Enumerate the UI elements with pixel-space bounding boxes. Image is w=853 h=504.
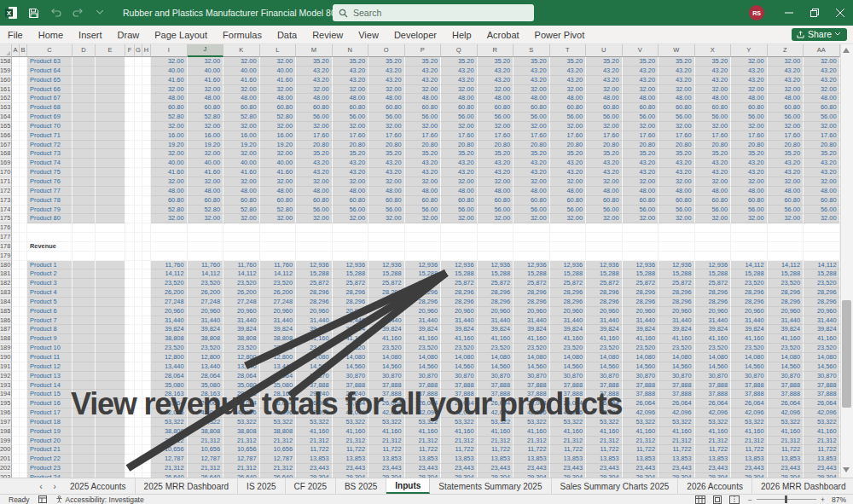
- value-cell[interactable]: 56.00: [550, 113, 587, 122]
- value-cell[interactable]: 14,112: [731, 261, 768, 270]
- value-cell[interactable]: 25,872: [695, 279, 732, 288]
- value-cell[interactable]: 13,853: [586, 455, 623, 464]
- cell[interactable]: [12, 196, 20, 206]
- value-cell[interactable]: 60.80: [333, 103, 369, 113]
- row-number[interactable]: 187: [0, 325, 12, 334]
- sheet-tab-is-2025[interactable]: IS 2025: [238, 478, 285, 494]
- value-cell[interactable]: 38,808: [188, 427, 224, 437]
- value-cell[interactable]: 41,160: [514, 334, 550, 344]
- row-number[interactable]: 167: [0, 141, 12, 150]
- row-number[interactable]: 168: [0, 149, 12, 159]
- cell[interactable]: [73, 187, 96, 196]
- value-cell[interactable]: 21,312: [586, 437, 623, 446]
- cell[interactable]: [20, 67, 27, 76]
- cell[interactable]: [73, 427, 96, 437]
- cell[interactable]: [73, 177, 96, 187]
- value-cell[interactable]: 48.00: [223, 187, 260, 196]
- value-cell[interactable]: 56.00: [695, 206, 732, 215]
- row-number[interactable]: 202: [0, 464, 12, 473]
- cell[interactable]: [20, 85, 27, 95]
- cell[interactable]: [12, 206, 20, 215]
- cell[interactable]: [142, 177, 151, 187]
- value-cell[interactable]: 40.00: [260, 159, 297, 168]
- value-cell[interactable]: 11,722: [478, 445, 514, 455]
- cell[interactable]: [135, 168, 142, 177]
- value-cell[interactable]: 48.00: [151, 187, 188, 196]
- value-cell[interactable]: 48.00: [804, 94, 840, 103]
- value-cell[interactable]: 28,296: [405, 298, 442, 307]
- cell[interactable]: [623, 233, 659, 242]
- value-cell[interactable]: 43.20: [731, 168, 768, 177]
- value-cell[interactable]: 48.00: [223, 94, 260, 103]
- value-cell[interactable]: 43.20: [441, 159, 478, 168]
- value-cell[interactable]: 14,080: [659, 353, 695, 362]
- cell[interactable]: [142, 261, 151, 270]
- value-cell[interactable]: 48.00: [296, 94, 333, 103]
- value-cell[interactable]: 12,787: [260, 455, 297, 464]
- cell[interactable]: [142, 85, 151, 95]
- value-cell[interactable]: 23,520: [151, 279, 188, 288]
- value-cell[interactable]: 32.00: [333, 85, 369, 95]
- value-cell[interactable]: 14,560: [695, 362, 732, 372]
- cell[interactable]: [441, 223, 478, 233]
- value-cell[interactable]: 16.00: [223, 131, 260, 141]
- cell[interactable]: [12, 362, 20, 372]
- value-cell[interactable]: 14,080: [695, 353, 732, 362]
- value-cell[interactable]: 17.60: [695, 131, 732, 141]
- value-cell[interactable]: 32.00: [296, 122, 333, 131]
- value-cell[interactable]: 13,853: [368, 455, 405, 464]
- row-number[interactable]: 199: [0, 437, 12, 446]
- value-cell[interactable]: 14,560: [804, 362, 840, 372]
- cell[interactable]: [695, 242, 732, 252]
- cell[interactable]: [135, 233, 142, 242]
- value-cell[interactable]: 39,824: [768, 325, 804, 334]
- value-cell[interactable]: 32.00: [731, 85, 768, 95]
- value-cell[interactable]: 20,960: [188, 307, 224, 316]
- customize-toolbar-icon[interactable]: [89, 0, 111, 26]
- value-cell[interactable]: 21,312: [260, 464, 297, 473]
- value-cell[interactable]: 23,443: [804, 464, 840, 473]
- cell[interactable]: [96, 307, 125, 316]
- value-cell[interactable]: 52.80: [260, 206, 297, 215]
- cell[interactable]: [125, 187, 135, 196]
- value-cell[interactable]: 60.80: [151, 103, 188, 113]
- value-cell[interactable]: 43.20: [333, 67, 369, 76]
- value-cell[interactable]: 25,872: [586, 279, 623, 288]
- cell[interactable]: [20, 381, 27, 391]
- value-cell[interactable]: 60.80: [223, 196, 260, 206]
- value-cell[interactable]: 35.20: [441, 57, 478, 67]
- value-cell[interactable]: 40.00: [151, 67, 188, 76]
- value-cell[interactable]: 20.80: [368, 141, 405, 150]
- cell[interactable]: [96, 149, 125, 159]
- value-cell[interactable]: 23,520: [623, 344, 659, 353]
- cell[interactable]: [188, 223, 224, 233]
- cell[interactable]: [20, 437, 27, 446]
- cell[interactable]: [142, 94, 151, 103]
- value-cell[interactable]: 32.00: [188, 149, 224, 159]
- value-cell[interactable]: 60.80: [188, 103, 224, 113]
- cell[interactable]: [478, 252, 514, 261]
- value-cell[interactable]: 23,443: [296, 464, 333, 473]
- cell[interactable]: [12, 418, 20, 427]
- value-cell[interactable]: 60.80: [223, 103, 260, 113]
- cell[interactable]: [20, 418, 27, 427]
- cell[interactable]: [514, 223, 550, 233]
- value-cell[interactable]: 32.00: [514, 122, 550, 131]
- value-cell[interactable]: 25,872: [623, 279, 659, 288]
- row-number[interactable]: 177: [0, 233, 12, 242]
- row-number[interactable]: 162: [0, 94, 12, 103]
- cell[interactable]: [135, 279, 142, 288]
- cell[interactable]: [20, 57, 27, 67]
- cell[interactable]: [142, 67, 151, 76]
- value-cell[interactable]: 56.00: [441, 113, 478, 122]
- cell[interactable]: [73, 252, 96, 261]
- cell[interactable]: [125, 427, 135, 437]
- cell[interactable]: [20, 408, 27, 418]
- value-cell[interactable]: 35.20: [333, 57, 369, 67]
- row-number[interactable]: 175: [0, 214, 12, 223]
- value-cell[interactable]: 32.00: [623, 177, 659, 187]
- row-number[interactable]: 178: [0, 242, 12, 252]
- cell[interactable]: [96, 223, 125, 233]
- value-cell[interactable]: 14,560: [731, 362, 768, 372]
- value-cell[interactable]: 28,296: [550, 288, 587, 298]
